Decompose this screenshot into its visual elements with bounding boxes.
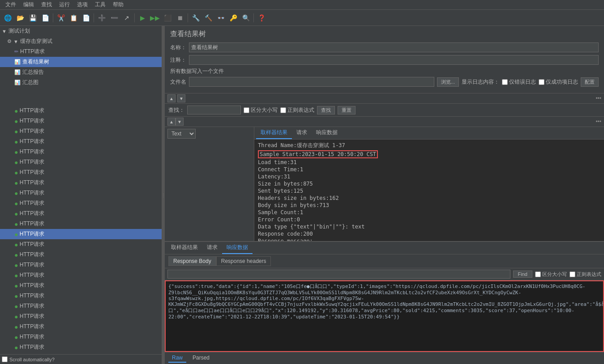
list-item[interactable]: ● HTTP请求 xyxy=(0,291,162,301)
regex-checkbox[interactable] xyxy=(280,107,286,113)
case-checkbox[interactable] xyxy=(244,107,249,113)
toolbar-sep2 xyxy=(94,13,94,22)
page-title: 查看结果树 xyxy=(170,30,599,39)
list-item[interactable]: ● HTTP请求 xyxy=(0,270,162,280)
toolbar-cut-btn[interactable]: ✂️ xyxy=(55,12,67,24)
toolbar-paste-btn[interactable]: 📄 xyxy=(80,12,92,24)
down-arrow-btn[interactable]: ▼ xyxy=(177,94,185,102)
tree-item-plan[interactable]: ▼ 测试计划 xyxy=(0,26,162,36)
tree-item-group[interactable]: ⚙ ▼ 缓存击穿测试 xyxy=(0,36,162,47)
format-down-btn[interactable]: ▼ xyxy=(176,118,184,126)
resp-body-tab[interactable]: Response Body xyxy=(168,256,216,266)
resp-tab-sampler[interactable]: 取样器结果 xyxy=(167,242,202,254)
resp-find-btn[interactable]: Find xyxy=(513,271,532,278)
toolbar-copy-btn[interactable]: 📋 xyxy=(68,12,79,24)
list-item[interactable]: ● HTTP请求 xyxy=(0,239,162,250)
more-options-btn[interactable]: ••• xyxy=(595,95,601,102)
list-item[interactable]: ● HTTP请求 xyxy=(0,106,162,116)
list-item[interactable]: ● HTTP请求 xyxy=(0,280,162,291)
list-item-selected[interactable]: ● HTTP请求 xyxy=(0,229,162,239)
reset-button[interactable]: 重置 xyxy=(338,106,356,114)
toolbar-add-btn[interactable]: ➕ xyxy=(96,12,107,24)
info-data-type: Data type {"text"|"bin"|""}: text xyxy=(258,223,600,230)
resp-tab-request[interactable]: 请求 xyxy=(202,242,222,254)
menu-options[interactable]: 选项 xyxy=(73,0,91,9)
case-label[interactable]: 区分大小写 xyxy=(244,106,278,114)
tree-item-http[interactable]: ✏ HTTP请求 xyxy=(0,47,162,57)
tree-item-result[interactable]: 📊 查看结果树 xyxy=(0,57,162,67)
toolbar-saveas-btn[interactable]: 📄 xyxy=(39,12,51,24)
list-item[interactable]: ● HTTP请求 xyxy=(0,188,162,198)
resp-case-checkbox[interactable] xyxy=(535,271,541,277)
tab-response-data[interactable]: 响应数据 xyxy=(312,127,342,139)
success-log-checkbox[interactable] xyxy=(539,79,544,85)
error-log-label[interactable]: 仅错误日志 xyxy=(502,78,536,86)
toolbar-search-btn[interactable]: 🔍 xyxy=(240,12,252,24)
toolbar-open-btn[interactable]: 📂 xyxy=(14,12,26,24)
toolbar-start-btn[interactable]: ▶ xyxy=(137,12,148,24)
find-button[interactable]: 查找 xyxy=(317,106,335,114)
list-item[interactable]: ● HTTP请求 xyxy=(0,332,162,342)
toolbar-indent-btn[interactable]: ↗ xyxy=(121,12,133,24)
resp-regex-check[interactable]: 正则表达式 xyxy=(570,271,601,278)
toolbar-startnotpause-btn[interactable]: ▶▶ xyxy=(149,12,161,24)
list-item[interactable]: ● HTTP请求 xyxy=(0,260,162,270)
menu-find[interactable]: 查找 xyxy=(38,0,56,9)
toolbar-templates-btn[interactable]: 🔑 xyxy=(227,12,239,24)
success-log-label[interactable]: 仅成功项日志 xyxy=(539,78,578,86)
list-item[interactable]: ● HTTP请求 xyxy=(0,157,162,167)
resp-regex-checkbox[interactable] xyxy=(570,271,575,277)
menu-edit[interactable]: 编辑 xyxy=(20,0,38,9)
toolbar-save-btn[interactable]: 💾 xyxy=(27,12,39,24)
list-item[interactable]: ● HTTP请求 xyxy=(0,126,162,136)
name-input[interactable] xyxy=(189,42,599,52)
toolbar-clearall-btn[interactable]: 🔨 xyxy=(202,12,214,24)
tab-sampler-result[interactable]: 取样器结果 xyxy=(256,127,292,139)
comment-input[interactable] xyxy=(189,55,599,65)
list-item[interactable]: ● HTTP请求 xyxy=(0,342,162,352)
filename-input[interactable] xyxy=(189,77,434,87)
toolbar-stop-btn[interactable]: ⬛ xyxy=(162,12,173,24)
list-item[interactable]: ● HTTP请求 xyxy=(0,116,162,126)
resp-tab-response[interactable]: 响应数据 xyxy=(222,242,253,254)
list-item[interactable]: ● HTTP请求 xyxy=(0,167,162,178)
list-item[interactable]: ● HTTP请求 xyxy=(0,208,162,219)
browse-button[interactable]: 浏览... xyxy=(437,77,459,87)
list-item[interactable]: ● HTTP请求 xyxy=(0,198,162,208)
toolbar-shutdown-btn[interactable]: ⏹ xyxy=(174,12,186,24)
tree-item-chart[interactable]: 📊 汇总图 xyxy=(0,77,162,88)
scroll-auto-checkbox[interactable] xyxy=(2,356,8,362)
resp-case-check[interactable]: 区分大小写 xyxy=(535,271,567,278)
menu-run[interactable]: 运行 xyxy=(56,0,73,9)
menu-help[interactable]: 帮助 xyxy=(109,0,127,9)
list-item[interactable]: ● HTTP请求 xyxy=(0,219,162,229)
toolbar-remote-btn[interactable]: 👓 xyxy=(215,12,227,24)
search-input[interactable] xyxy=(187,106,241,114)
list-item[interactable]: ● HTTP请求 xyxy=(0,311,162,322)
resp-search-input[interactable] xyxy=(167,270,510,279)
menu-file[interactable]: 文件 xyxy=(2,0,20,9)
toolbar-help-btn[interactable]: ❓ xyxy=(256,12,267,24)
list-item[interactable]: ● HTTP请求 xyxy=(0,147,162,157)
error-log-checkbox[interactable] xyxy=(502,79,508,85)
format-more-btn[interactable]: ••• xyxy=(595,119,601,125)
toolbar-clear-btn[interactable]: 🔧 xyxy=(190,12,201,24)
resp-headers-tab[interactable]: Response headers xyxy=(216,256,271,266)
menu-tools[interactable]: 工具 xyxy=(91,0,109,9)
config-button[interactable]: 配置 xyxy=(581,77,599,87)
list-item[interactable]: ● HTTP请求 xyxy=(0,250,162,260)
toolbar-remove-btn[interactable]: ➖ xyxy=(108,12,120,24)
tab-request[interactable]: 请求 xyxy=(292,127,312,139)
list-item[interactable]: ● HTTP请求 xyxy=(0,136,162,147)
up-arrow-btn[interactable]: ▲ xyxy=(167,94,176,102)
format-select[interactable]: Text JSON XML HTML xyxy=(167,129,196,139)
list-item[interactable]: ● HTTP请求 xyxy=(0,301,162,311)
list-item[interactable]: ● HTTP请求 xyxy=(0,322,162,332)
raw-tab[interactable]: Raw xyxy=(168,354,186,363)
list-item[interactable]: ● HTTP请求 xyxy=(0,178,162,188)
format-up-btn[interactable]: ▲ xyxy=(167,118,176,126)
parsed-tab[interactable]: Parsed xyxy=(189,354,213,363)
regex-label[interactable]: 正则表达式 xyxy=(280,106,314,114)
toolbar-new-btn[interactable]: 🌐 xyxy=(2,12,13,24)
tree-item-report[interactable]: 📊 汇总报告 xyxy=(0,67,162,77)
